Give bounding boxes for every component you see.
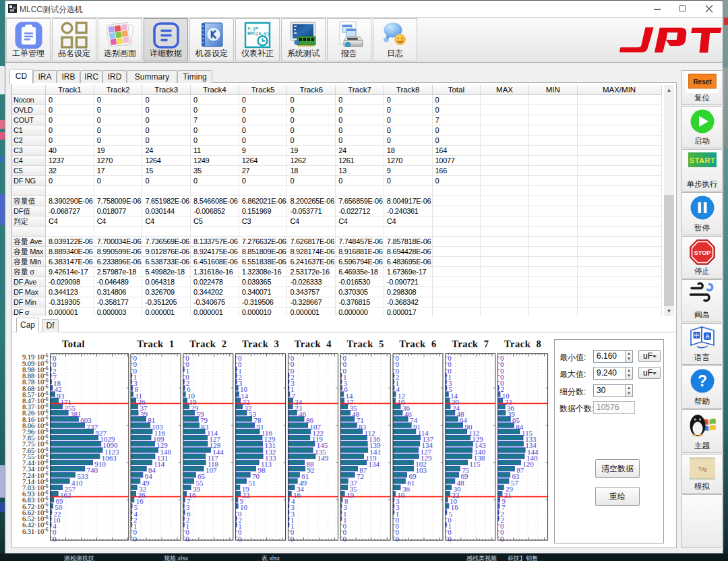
svg-text:0: 0 bbox=[185, 535, 189, 543]
svg-text:Track 7: Track 7 bbox=[452, 338, 489, 349]
svg-text:Track 2: Track 2 bbox=[189, 338, 226, 349]
svg-text:Total: Total bbox=[62, 338, 85, 349]
svg-text:Track 5: Track 5 bbox=[347, 338, 384, 349]
svg-text:740: 740 bbox=[87, 466, 98, 474]
svg-text:x,y=: x,y= bbox=[247, 26, 258, 31]
svg-text:22: 22 bbox=[243, 491, 250, 499]
svg-text:0: 0 bbox=[238, 535, 242, 543]
svg-text:STOP: STOP bbox=[694, 249, 710, 256]
svg-text:0: 0 bbox=[53, 535, 57, 543]
svg-text:Track 1: Track 1 bbox=[137, 338, 174, 349]
svg-text:115: 115 bbox=[469, 460, 481, 468]
svg-text:Trig: Trig bbox=[698, 466, 706, 472]
svg-text:6.31·10-6: 6.31·10-6 bbox=[22, 527, 49, 535]
svg-text:51: 51 bbox=[248, 479, 255, 487]
svg-text:Reset: Reset bbox=[693, 78, 712, 86]
svg-text:103: 103 bbox=[416, 466, 427, 474]
svg-text:Track 8: Track 8 bbox=[504, 338, 541, 349]
svg-text:0: 0 bbox=[448, 535, 452, 543]
svg-text:149: 149 bbox=[317, 454, 329, 462]
svg-text:381: 381 bbox=[70, 410, 82, 418]
svg-text:START: START bbox=[689, 156, 715, 165]
svg-text:RPC(x,y): RPC(x,y) bbox=[247, 31, 270, 36]
svg-text:0: 0 bbox=[133, 535, 137, 543]
svg-text:120: 120 bbox=[522, 460, 534, 468]
svg-text:107: 107 bbox=[206, 466, 217, 474]
svg-text:0: 0 bbox=[395, 535, 399, 543]
svg-text:A: A bbox=[705, 333, 710, 340]
svg-text:0: 0 bbox=[500, 535, 504, 543]
svg-text:134: 134 bbox=[369, 460, 380, 468]
svg-text:46: 46 bbox=[299, 410, 307, 418]
svg-text:Track 6: Track 6 bbox=[399, 338, 436, 349]
svg-text:Track 3: Track 3 bbox=[242, 338, 279, 349]
svg-text:72: 72 bbox=[357, 472, 364, 480]
svg-text:中: 中 bbox=[694, 332, 699, 338]
svg-text:?: ? bbox=[697, 372, 706, 390]
svg-text:Track 4: Track 4 bbox=[295, 338, 332, 349]
svg-text:0: 0 bbox=[291, 535, 295, 543]
svg-text:39: 39 bbox=[140, 410, 148, 418]
svg-text:0: 0 bbox=[343, 535, 347, 543]
